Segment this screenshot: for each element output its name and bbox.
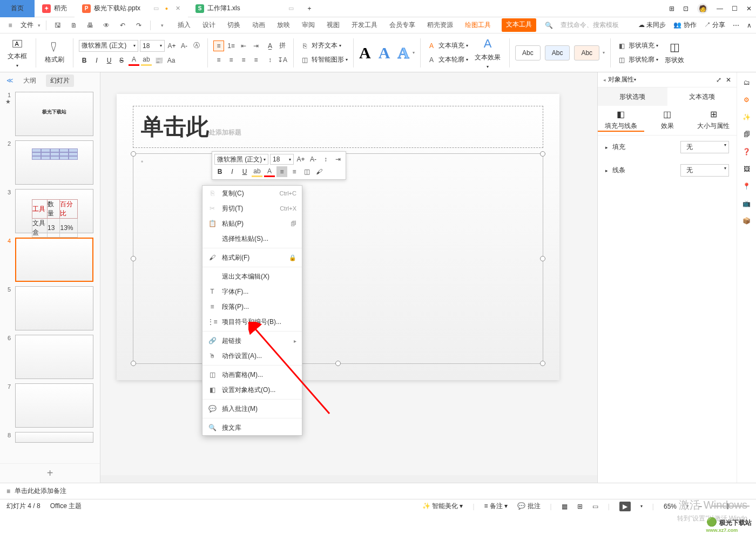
effect-subtab[interactable]: ◫效果 [644, 109, 691, 132]
slideshow-button[interactable]: ▶ [619, 502, 631, 511]
thumbnail-4[interactable] [15, 238, 93, 282]
mini-font-select[interactable]: 微软雅黑 (正文)▾ [214, 154, 268, 165]
tab-dk[interactable]: ✦ 稻壳 [35, 0, 75, 17]
menu-animation[interactable]: 动画 [251, 18, 266, 32]
shape-fill-icon[interactable]: ◧ [616, 40, 627, 51]
shape-fill-button[interactable]: 形状填充 [629, 41, 654, 50]
line-select[interactable]: 无▾ [680, 164, 729, 177]
text-fill-button[interactable]: 文本填充 [438, 41, 464, 50]
maximize-button[interactable]: ☐ [732, 5, 738, 12]
decrease-font-icon[interactable]: A- [179, 40, 190, 51]
zoom-value[interactable]: 65% [664, 503, 677, 510]
mini-linespace-icon[interactable]: ↕ [320, 154, 331, 165]
shape-effect-button[interactable]: ◫ 形状效 [662, 35, 687, 71]
mini-fontcolor-icon[interactable]: A [264, 166, 275, 177]
highlight-icon[interactable]: ab [141, 55, 152, 66]
mini-underline-icon[interactable]: U [239, 166, 250, 177]
ctx-hyperlink[interactable]: 🔗超链接▸ [202, 333, 302, 348]
ctx-paste-special[interactable]: 选择性粘贴(S)... [202, 231, 302, 246]
ctx-paragraph[interactable]: ≡段落(P)... [202, 299, 302, 314]
shape-styles-more-icon[interactable]: ▾ [603, 50, 605, 55]
fill-select[interactable]: 无▾ [680, 141, 729, 153]
clear-format-icon[interactable]: Ⓐ [191, 40, 202, 51]
font-color-icon[interactable]: A [129, 55, 139, 66]
font-name-select[interactable]: 微软雅黑 (正文)▾ [79, 40, 138, 52]
menu-dkresource[interactable]: 稻壳资源 [426, 18, 454, 32]
mini-align-icon[interactable]: ≡ [276, 166, 287, 177]
menu-transition[interactable]: 切换 [226, 18, 241, 32]
mini-brush-icon[interactable]: 🖌 [314, 166, 325, 177]
char-shading-icon[interactable]: 📰 [153, 55, 164, 66]
apps-icon[interactable]: ⊡ [683, 5, 688, 12]
sb-icon-3[interactable]: ✨ [742, 113, 751, 121]
sb-icon-4[interactable]: 🗐 [744, 131, 750, 138]
increase-indent-icon[interactable]: ⇥ [251, 40, 261, 51]
ctx-anim-pane[interactable]: ◫动画窗格(M)... [202, 367, 302, 382]
tab-menu-icon[interactable]: ▭ [153, 5, 159, 12]
ctx-insert-comment[interactable]: 💬插入批注(M) [202, 401, 302, 416]
comment-button[interactable]: 💬 批注 [517, 502, 540, 511]
pin-icon[interactable]: ⤢ [716, 76, 721, 84]
add-slide-button[interactable]: + [0, 463, 100, 483]
align-text-button[interactable]: 对齐文本 [312, 41, 338, 50]
sb-icon-5[interactable]: ❓ [742, 148, 751, 156]
menu-texttool[interactable]: 文本工具 [502, 18, 536, 32]
notes-button[interactable]: ≡ 备注 ▾ [484, 502, 508, 511]
mini-incfont-icon[interactable]: A+ [295, 154, 306, 165]
bullets-icon[interactable]: ≡ [213, 40, 224, 51]
mini-bullets-icon[interactable]: ≡ [289, 166, 300, 177]
text-styles-more-icon[interactable]: ▾ [413, 50, 415, 55]
menu-icon[interactable]: ≡ [4, 19, 16, 31]
font-size-select[interactable]: 18▾ [140, 40, 165, 52]
shape-style-1[interactable]: Abc [515, 45, 541, 60]
decrease-indent-icon[interactable]: ⇤ [238, 40, 249, 51]
menu-insert[interactable]: 插入 [177, 18, 192, 32]
canvas[interactable]: 单击此处添加标题 • [100, 72, 597, 483]
content-placeholder[interactable]: • [133, 153, 543, 364]
shape-style-3[interactable]: Abc [574, 45, 599, 60]
shape-outline-icon[interactable]: ◫ [616, 55, 627, 65]
sb-icon-9[interactable]: 📦 [742, 217, 751, 225]
title-placeholder[interactable]: 单击此处添加标题 [133, 106, 543, 148]
text-outline-button[interactable]: 文本轮廓 [438, 55, 464, 64]
thumbnail-3[interactable]: 工具数量百分比文具盒1313%圆珠笔3434%其他5353%合计100 [15, 189, 93, 233]
file-menu[interactable]: 文件 [21, 21, 33, 30]
char-border-icon[interactable]: A̲ [265, 40, 275, 51]
align-text-icon[interactable]: ⎘ [299, 40, 310, 51]
menu-slideshow[interactable]: 放映 [276, 18, 291, 32]
print-preview-icon[interactable]: 👁 [100, 19, 112, 31]
horizontal-scrollbar[interactable] [100, 475, 597, 483]
more-icon[interactable]: ⋯ [733, 22, 739, 29]
size-prop-subtab[interactable]: ⊞大小与属性 [690, 109, 737, 132]
menu-member[interactable]: 会员专享 [388, 18, 416, 32]
redo-icon[interactable]: ↷ [133, 19, 145, 31]
mini-shape-icon[interactable]: ◫ [301, 166, 312, 177]
share-button[interactable]: ↗ 分享 [704, 21, 725, 30]
numbering-icon[interactable]: 1≡ [226, 40, 237, 51]
close-tab-icon[interactable]: ✕ [176, 5, 180, 12]
mini-indent-icon[interactable]: ⇥ [333, 154, 343, 165]
thumbnail-2[interactable] [15, 140, 93, 185]
align-left-icon[interactable]: ≡ [213, 55, 224, 65]
change-case-icon[interactable]: Aa [166, 55, 177, 66]
tab-menu-icon[interactable]: ▭ [288, 5, 294, 12]
align-center-icon[interactable]: ≡ [226, 55, 237, 65]
sb-icon-8[interactable]: 📺 [742, 200, 751, 207]
ctx-bullets[interactable]: ⋮≡项目符号和编号(B)... [202, 314, 302, 329]
text-effect-button[interactable]: A 文本效果▾ [471, 35, 504, 71]
tab-pptx[interactable]: P 极光下载站.pptx ▭ • ✕ [75, 0, 188, 17]
sb-icon-1[interactable]: 🗂 [744, 79, 750, 86]
text-style-2[interactable]: A [379, 44, 390, 62]
qat-dropdown-icon[interactable]: ▾ [156, 19, 168, 31]
ctx-paste[interactable]: 📋粘贴(P)🗐 [202, 216, 302, 231]
mini-highlight-icon[interactable]: ab [252, 166, 262, 177]
ctx-format-obj[interactable]: ◧设置对象格式(O)... [202, 382, 302, 397]
outline-tab[interactable]: 大纲 [23, 76, 36, 85]
layout-icon[interactable]: ⊞ [669, 5, 674, 12]
mini-size-select[interactable]: 18▾ [270, 154, 294, 165]
minimize-button[interactable]: — [717, 5, 723, 12]
ctx-souwenku[interactable]: 🔍搜文库 [202, 420, 302, 435]
increase-font-icon[interactable]: A+ [166, 40, 177, 51]
view-normal-icon[interactable]: ▦ [562, 503, 568, 510]
view-reading-icon[interactable]: ▭ [592, 503, 598, 510]
